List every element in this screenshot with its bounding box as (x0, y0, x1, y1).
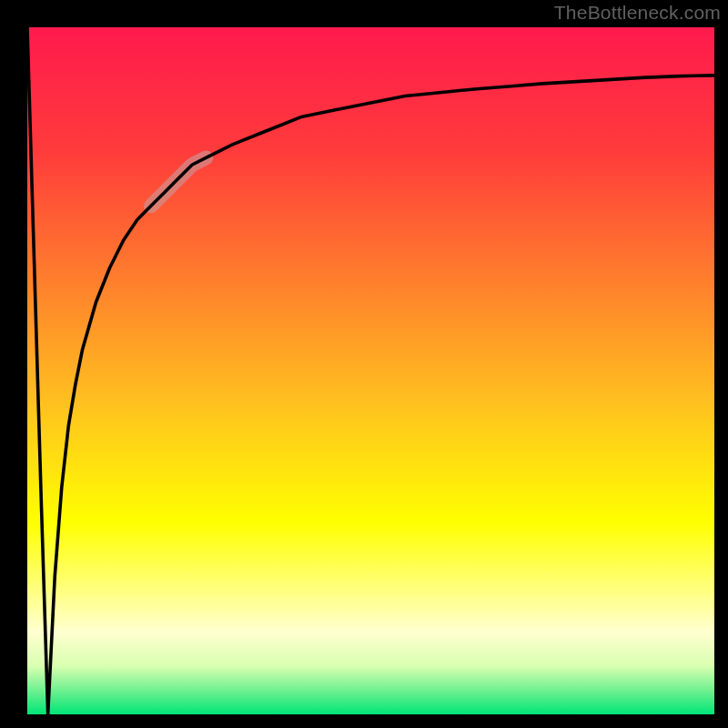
bottleneck-chart (0, 0, 728, 728)
plot-area-background (27, 27, 714, 714)
frame-right (714, 0, 728, 728)
frame-bottom (0, 714, 728, 728)
frame-left (0, 0, 27, 728)
chart-root: TheBottleneck.com (0, 0, 728, 728)
watermark-text: TheBottleneck.com (554, 2, 721, 24)
